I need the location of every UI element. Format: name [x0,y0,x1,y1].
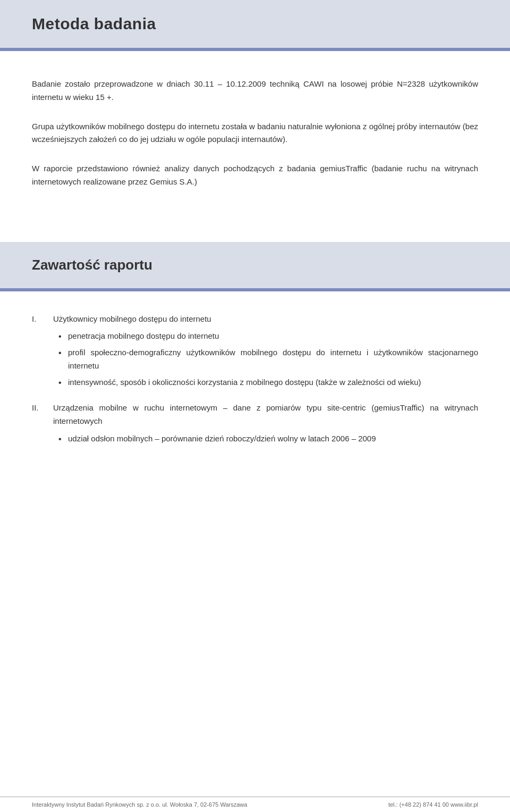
list-item-2-content: Urządzenia mobilne w ruchu internetowym … [53,401,478,448]
section-2-title: Zawartość raportu [32,257,478,273]
list-item-1-bullet-1: penetracja mobilnego dostępu do internet… [58,330,478,343]
paragraph-2: Grupa użytkowników mobilnego dostępu do … [32,120,478,147]
list-item-2-bullet-1: udział odsłon mobilnych – porównanie dzi… [58,432,478,446]
spacer-1 [0,221,510,242]
header-section: Metoda badania [0,0,510,48]
section-2-header: Zawartość raportu [0,242,510,288]
list-item-1-bullets: penetracja mobilnego dostępu do internet… [53,330,478,389]
paragraph-1: Badanie zostało przeprowadzone w dniach … [32,78,478,104]
list-item-1-bullet-3: intensywność, sposób i okoliczności korz… [58,376,478,389]
list-item-1-content: Użytkownicy mobilnego dostępu do interne… [53,313,478,392]
list-item-1-bullet-2: profil społeczno-demograficzny użytkowni… [58,346,478,373]
list-item-2-number: II. [32,401,53,448]
list-item-2-main-text: Urządzenia mobilne w ruchu internetowym … [53,401,478,428]
paragraph-1-text: Badanie zostało przeprowadzone w dniach … [32,79,478,102]
page-footer: Interaktywny Instytut Badań Rynkowych sp… [0,797,510,812]
list-item-1-main-text: Użytkownicy mobilnego dostępu do interne… [53,313,478,326]
list-area: I. Użytkownicy mobilnego dostępu do inte… [0,291,510,474]
list-item-1: I. Użytkownicy mobilnego dostępu do inte… [32,313,478,392]
list-item-2-bullets: udział odsłon mobilnych – porównanie dzi… [53,432,478,446]
footer-left-text: Interaktywny Instytut Badań Rynkowych sp… [32,801,247,808]
page-wrapper: Metoda badania Badanie zostało przeprowa… [0,0,510,812]
paragraph-3: W raporcie przedstawiono również analizy… [32,162,478,189]
paragraph-3-text: W raporcie przedstawiono również analizy… [32,164,478,186]
footer-right-text: tel.: (+48 22) 874 41 00 www.iibr.pl [388,801,478,808]
list-item-1-number: I. [32,313,53,392]
list-item-2: II. Urządzenia mobilne w ruchu interneto… [32,401,478,448]
content-area: Badanie zostało przeprowadzone w dniach … [0,51,510,221]
page-title: Metoda badania [32,15,478,33]
paragraph-2-text: Grupa użytkowników mobilnego dostępu do … [32,122,478,144]
